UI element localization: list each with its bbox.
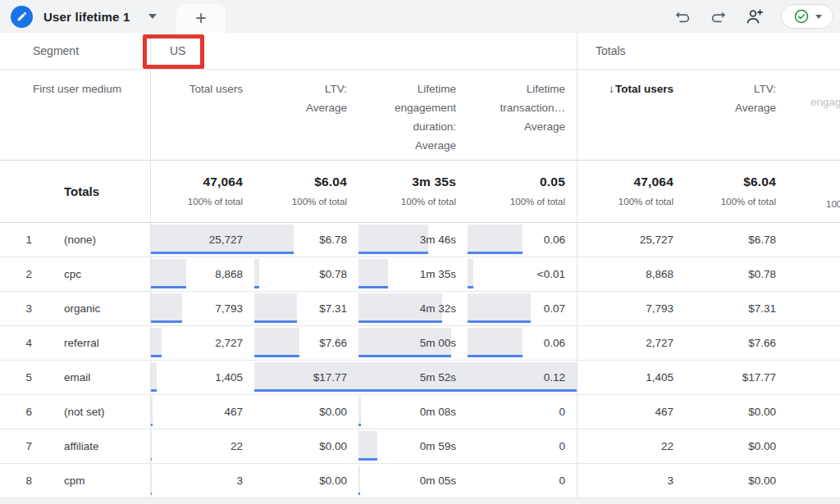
segment-chip-us[interactable]: US [150,33,577,69]
metric-cell-right: 3 [577,464,685,497]
column-header-total-users[interactable]: Total users [150,70,254,160]
metric-cell: 0 [468,429,577,463]
metric-value: $0.00 [685,395,788,429]
metric-cell: 5m 52s [358,361,468,394]
column-header-clipped [788,70,840,160]
metric-value: $0.00 [254,429,358,463]
metric-cell: 8,868 [150,257,254,291]
metric-value: <0.01 [468,257,577,291]
dimension-value: affiliate [37,429,150,463]
metric-value: $6.78 [254,223,358,257]
metric-value: 0 [468,395,577,429]
undo-icon[interactable] [673,7,692,26]
segment-label: Segment [0,33,150,69]
totals-cell: $6.04100% of total [685,161,788,222]
metric-value: 7,793 [151,292,254,325]
metric-value: 1,405 [578,361,685,394]
metric-cell: $0.00 [254,464,358,497]
metric-cell: <0.01 [468,257,577,291]
column-header-ltv-right[interactable]: LTV: Average [685,70,788,160]
dimension-value: email [37,361,150,394]
metric-cell: $7.31 [254,292,358,325]
metric-value: 3m 46s [358,223,468,257]
clipped-totals-sub: 100% of total [826,199,840,209]
add-user-icon[interactable] [745,7,765,26]
metric-cell: 467 [150,395,254,429]
metric-cell-right: 467 [577,395,685,429]
sort-descending-arrow: ↓ [609,83,615,95]
tab-title: User lifetime 1 [43,10,130,24]
chevron-down-icon[interactable] [148,14,157,19]
column-header-engagement-duration[interactable]: Lifetime engagement duration: Average [358,70,468,160]
metric-cell: 0.12 [468,361,577,394]
metric-cell-right: $0.00 [685,429,788,463]
metric-value: $0.00 [254,395,358,429]
top-bar: User lifetime 1 + [0,0,840,33]
clipped-cell [788,292,840,325]
row-number: 6 [0,395,37,429]
approval-status-button[interactable] [781,4,833,29]
analytics-exploration-page: User lifetime 1 + [0,0,840,504]
metric-value: 0 [468,429,577,463]
metric-cell: 0.07 [468,292,577,325]
metric-cell-right: $7.66 [685,326,788,360]
clipped-cell [788,361,840,394]
column-header-transactions[interactable]: Lifetime transaction… Average [468,70,577,160]
clipped-cell [788,257,840,291]
row-number: 4 [0,326,37,360]
metric-value: 0 [468,464,577,497]
clipped-column-header: engagement [810,96,840,108]
row-number: 3 [0,292,37,325]
totals-cell: 47,064100% of total [150,161,254,222]
approved-check-icon [793,8,810,25]
column-header-ltv[interactable]: LTV: Average [254,70,358,160]
dimension-value: organic [37,292,150,325]
metric-value: 0.06 [468,326,577,360]
dimension-header[interactable]: First user medium [0,70,150,160]
clipped-cell [788,429,840,463]
metric-cell-right: $0.00 [685,395,788,429]
redo-icon[interactable] [709,7,728,26]
metric-cell: 1m 35s [358,257,468,291]
metric-value: $7.31 [254,292,358,325]
metric-value: 22 [578,429,685,463]
metric-cell-right: $7.31 [685,292,788,325]
totals-cell: 3m 35s100% of total [358,161,468,222]
column-header-total-users-sorted[interactable]: ↓ Total users [577,70,685,160]
metric-value: $0.78 [254,257,358,291]
metric-value: 25,727 [578,223,685,257]
totals-cell-clipped [788,161,840,222]
edit-pencil-icon[interactable] [11,6,33,28]
metric-cell: 5m 00s [358,326,468,360]
exploration-tab[interactable]: User lifetime 1 [0,0,157,33]
dimension-value: cpc [37,257,150,291]
dimension-value: (none) [37,223,150,257]
metric-value: 25,727 [151,223,254,257]
metric-cell: 25,727 [150,223,254,257]
new-tab-button[interactable]: + [176,4,226,33]
clipped-cell [788,395,840,429]
metric-value: 22 [151,429,254,463]
metric-value: 2,727 [151,326,254,360]
row-number: 2 [0,257,37,291]
metric-cell: 4m 32s [358,292,468,325]
chevron-down-icon [815,15,822,19]
metric-cell: 0.06 [468,326,577,360]
table-row: 8cpm3$0.000m 05s03$0.00 [0,464,840,498]
table-row: 2cpc8,868$0.781m 35s<0.018,868$0.78 [0,257,840,292]
metric-value: $0.00 [685,429,788,463]
metric-value: $7.66 [685,326,788,360]
metric-value: $17.77 [254,361,358,394]
metric-cell: 0m 59s [358,429,468,463]
table-rows: 1(none)25,727$6.783m 46s0.0625,727$6.782… [0,223,840,498]
segment-totals-label: Totals [577,33,840,69]
metric-value: 5m 52s [358,361,468,394]
bottom-strip [0,498,840,504]
metric-value: 0.12 [468,361,577,394]
metric-value: 4m 32s [358,292,468,325]
row-number: 8 [0,464,37,497]
metric-cell: $7.66 [254,326,358,360]
metric-cell: 3m 46s [358,223,468,257]
metric-value: $0.78 [685,257,788,291]
metric-cell: $6.78 [254,223,358,257]
